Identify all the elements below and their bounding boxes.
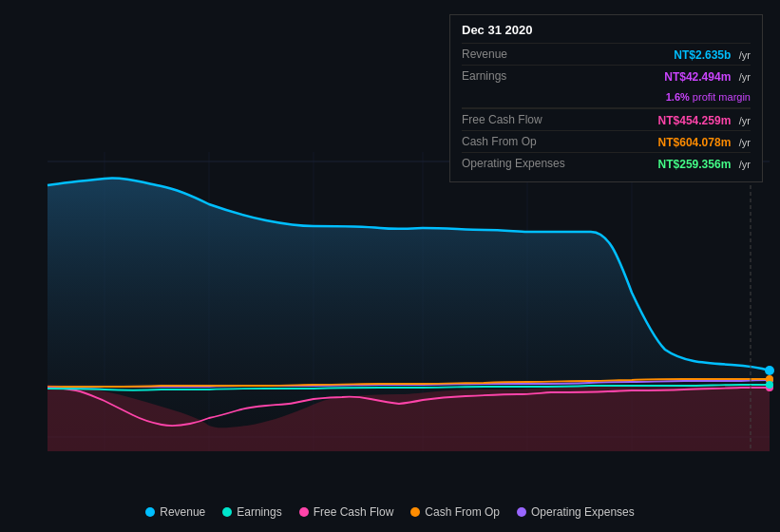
- legend-item-cashfromop[interactable]: Cash From Op: [410, 505, 500, 519]
- legend-item-fcf[interactable]: Free Cash Flow: [299, 505, 394, 519]
- tooltip-value-earnings: NT$42.494m: [664, 70, 731, 84]
- tooltip-label-cashfromop: Cash From Op: [462, 135, 537, 148]
- tooltip-value-opex: NT$259.356m: [658, 158, 732, 171]
- tooltip-value-cashfromop: NT$604.078m: [658, 136, 732, 149]
- tooltip-row-opex: Operating Expenses NT$259.356m /yr: [462, 152, 751, 174]
- legend-dot-revenue: [145, 507, 155, 517]
- chart-container: Dec 31 2020 Revenue NT$2.635b /yr Earnin…: [0, 0, 780, 532]
- legend-item-revenue[interactable]: Revenue: [145, 505, 205, 519]
- tooltip-row-fcf: Free Cash Flow NT$454.259m /yr: [462, 108, 751, 130]
- tooltip-unit-cashfromop: /yr: [739, 137, 751, 148]
- tooltip-unit-fcf: /yr: [739, 115, 751, 126]
- legend-item-earnings[interactable]: Earnings: [222, 505, 281, 519]
- tooltip-label-revenue: Revenue: [462, 48, 507, 61]
- tooltip-label-fcf: Free Cash Flow: [462, 113, 542, 126]
- legend-label-cashfromop: Cash From Op: [425, 505, 500, 519]
- tooltip-date: Dec 31 2020: [462, 23, 751, 37]
- tooltip-unit-earnings: /yr: [739, 71, 751, 83]
- tooltip-unit-revenue: /yr: [739, 49, 751, 61]
- tooltip-value-revenue: NT$2.635b: [674, 48, 731, 62]
- legend-label-revenue: Revenue: [160, 505, 205, 519]
- tooltip-box: Dec 31 2020 Revenue NT$2.635b /yr Earnin…: [449, 14, 763, 182]
- svg-point-10: [765, 366, 774, 375]
- legend-dot-cashfromop: [410, 507, 420, 517]
- tooltip-unit-opex: /yr: [739, 159, 751, 170]
- legend-label-opex: Operating Expenses: [531, 505, 635, 519]
- tooltip-row-cashfromop: Cash From Op NT$604.078m /yr: [462, 130, 751, 152]
- tooltip-row-earnings: Earnings NT$42.494m /yr: [462, 65, 751, 86]
- legend-dot-fcf: [299, 507, 309, 517]
- tooltip-label-opex: Operating Expenses: [462, 157, 565, 170]
- legend-label-fcf: Free Cash Flow: [314, 505, 394, 519]
- tooltip-value-fcf: NT$454.259m: [658, 114, 732, 127]
- legend-label-earnings: Earnings: [237, 505, 281, 519]
- svg-point-14: [766, 381, 773, 389]
- legend: Revenue Earnings Free Cash Flow Cash Fro…: [0, 505, 780, 519]
- legend-dot-opex: [517, 507, 526, 517]
- legend-dot-earnings: [222, 507, 232, 517]
- tooltip-label-earnings: Earnings: [462, 69, 506, 83]
- tooltip-row-revenue: Revenue NT$2.635b /yr: [462, 43, 751, 65]
- tooltip-margin: 1.6% profit margin: [666, 91, 751, 103]
- legend-item-opex[interactable]: Operating Expenses: [517, 505, 635, 519]
